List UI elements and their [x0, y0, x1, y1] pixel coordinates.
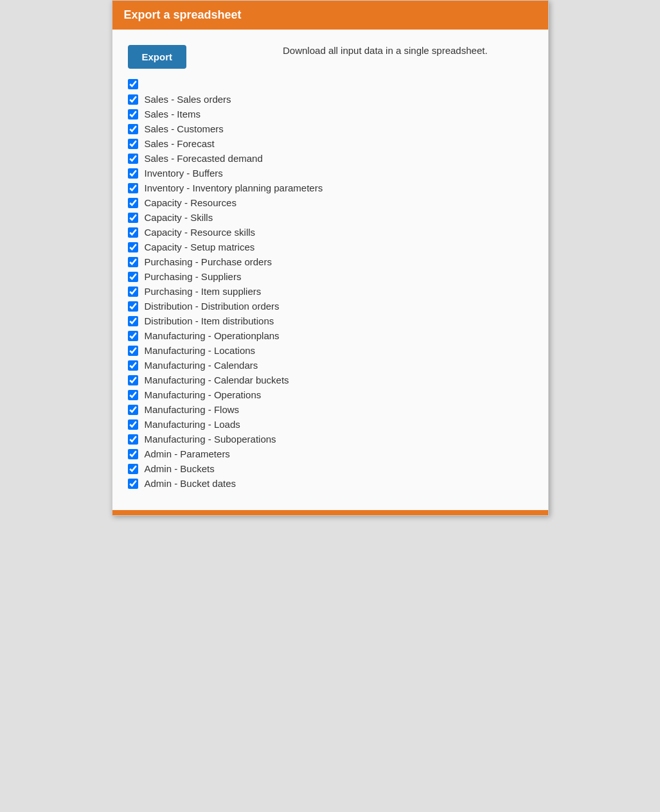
checkbox-cb11[interactable] [128, 242, 138, 252]
list-item: Admin - Buckets [128, 461, 533, 476]
checkbox-cb16[interactable] [128, 316, 138, 326]
description-text: Download all input data in a single spre… [283, 45, 488, 56]
checkbox-cb9[interactable] [128, 213, 138, 223]
checkbox-label-cb14: Purchasing - Item suppliers [145, 286, 262, 297]
list-item: Sales - Forecasted demand [128, 151, 533, 166]
checkbox-label-cb24: Manufacturing - Suboperations [145, 434, 276, 445]
list-item: Distribution - Distribution orders [128, 299, 533, 313]
list-item: Manufacturing - Locations [128, 343, 533, 358]
checkbox-cb21[interactable] [128, 390, 138, 400]
checkbox-label-cb8: Capacity - Resources [145, 197, 236, 208]
checkbox-cb22[interactable] [128, 405, 138, 415]
checkbox-cb1[interactable] [128, 94, 138, 105]
checkbox-label-cb19: Manufacturing - Calendars [145, 360, 258, 371]
checkbox-label-cb25: Admin - Parameters [145, 448, 230, 459]
dialog-body: Export Download all input data in a sing… [112, 30, 548, 510]
list-item: Sales - Customers [128, 121, 533, 136]
checkbox-label-cb13: Purchasing - Suppliers [145, 271, 242, 282]
checkbox-cb2[interactable] [128, 109, 138, 119]
checkbox-label-cb27: Admin - Bucket dates [145, 478, 236, 489]
list-item: Manufacturing - Calendar buckets [128, 373, 533, 387]
checkbox-label-cb1: Sales - Sales orders [145, 94, 231, 105]
checkbox-cb12[interactable] [128, 257, 138, 267]
list-item: Sales - Sales orders [128, 92, 533, 107]
dialog-title: Export a spreadsheet [124, 8, 242, 21]
list-item: Distribution - Item distributions [128, 313, 533, 328]
checkbox-label-cb11: Capacity - Setup matrices [145, 242, 255, 252]
checkbox-cb23[interactable] [128, 419, 138, 430]
checkbox-label-cb15: Distribution - Distribution orders [145, 301, 280, 312]
export-button[interactable]: Export [128, 45, 187, 69]
checkbox-cb14[interactable] [128, 287, 138, 297]
checkbox-cb8[interactable] [128, 198, 138, 208]
checkbox-label-cb5: Sales - Forecasted demand [145, 153, 263, 164]
list-item: Purchasing - Item suppliers [128, 284, 533, 299]
list-item: Manufacturing - Operationplans [128, 328, 533, 343]
dialog-header: Export a spreadsheet [112, 1, 548, 30]
list-item: Manufacturing - Flows [128, 402, 533, 417]
checkbox-label-cb4: Sales - Forecast [145, 138, 215, 149]
checkbox-cb7[interactable] [128, 183, 138, 193]
checkbox-label-cb3: Sales - Customers [145, 123, 224, 134]
list-item: Capacity - Setup matrices [128, 240, 533, 254]
checkbox-cb25[interactable] [128, 449, 138, 459]
checkbox-cb19[interactable] [128, 360, 138, 371]
list-item: Purchasing - Suppliers [128, 269, 533, 284]
checkbox-cb26[interactable] [128, 464, 138, 474]
export-dialog: Export a spreadsheet Export Download all… [112, 0, 549, 516]
checkbox-cb15[interactable] [128, 301, 138, 312]
list-item: Capacity - Skills [128, 210, 533, 225]
checkbox-label-cb23: Manufacturing - Loads [145, 419, 240, 430]
list-item: Sales - Forecast [128, 136, 533, 151]
checkbox-label-cb12: Purchasing - Purchase orders [145, 256, 272, 267]
list-item: Admin - Parameters [128, 446, 533, 461]
checkbox-cb24[interactable] [128, 434, 138, 445]
checkbox-cb5[interactable] [128, 154, 138, 164]
select-all-checkbox[interactable] [128, 79, 138, 89]
list-item: Manufacturing - Calendars [128, 358, 533, 373]
checkbox-label-cb26: Admin - Buckets [145, 463, 215, 474]
checkbox-label-cb18: Manufacturing - Locations [145, 345, 256, 356]
checkbox-label-cb17: Manufacturing - Operationplans [145, 330, 280, 341]
button-row: Export Download all input data in a sing… [128, 45, 533, 69]
checkbox-area: Sales - Sales ordersSales - ItemsSales -… [128, 79, 533, 491]
list-item: Capacity - Resource skills [128, 225, 533, 240]
checkbox-cb20[interactable] [128, 375, 138, 385]
checkbox-cb13[interactable] [128, 272, 138, 282]
list-item: Admin - Bucket dates [128, 476, 533, 491]
checkbox-cb18[interactable] [128, 346, 138, 356]
list-item: Inventory - Inventory planning parameter… [128, 181, 533, 195]
list-item: Purchasing - Purchase orders [128, 254, 533, 269]
checkbox-label-cb22: Manufacturing - Flows [145, 404, 240, 415]
checkbox-list: Sales - Sales ordersSales - ItemsSales -… [128, 92, 533, 491]
select-all-row [128, 79, 533, 89]
checkbox-cb6[interactable] [128, 168, 138, 179]
list-item: Manufacturing - Loads [128, 417, 533, 432]
list-item: Inventory - Buffers [128, 166, 533, 181]
checkbox-label-cb2: Sales - Items [145, 109, 201, 119]
checkbox-label-cb21: Manufacturing - Operations [145, 389, 262, 400]
checkbox-cb4[interactable] [128, 139, 138, 149]
checkbox-label-cb20: Manufacturing - Calendar buckets [145, 375, 289, 385]
checkbox-cb27[interactable] [128, 479, 138, 489]
list-item: Sales - Items [128, 107, 533, 121]
checkbox-label-cb7: Inventory - Inventory planning parameter… [145, 182, 323, 193]
checkbox-cb17[interactable] [128, 331, 138, 341]
checkbox-label-cb9: Capacity - Skills [145, 212, 213, 223]
dialog-footer [112, 510, 548, 515]
checkbox-label-cb6: Inventory - Buffers [145, 168, 223, 179]
list-item: Manufacturing - Operations [128, 387, 533, 402]
checkbox-label-cb16: Distribution - Item distributions [145, 315, 274, 326]
list-item: Capacity - Resources [128, 195, 533, 210]
checkbox-label-cb10: Capacity - Resource skills [145, 227, 256, 238]
list-item: Manufacturing - Suboperations [128, 432, 533, 446]
checkbox-cb3[interactable] [128, 124, 138, 134]
checkbox-cb10[interactable] [128, 227, 138, 238]
